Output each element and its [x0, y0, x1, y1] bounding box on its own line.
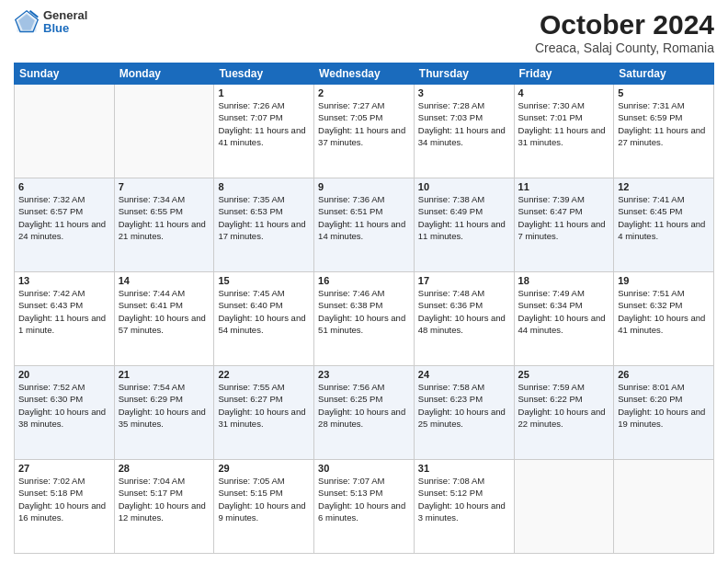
calendar-cell: 3Sunrise: 7:28 AM Sunset: 7:03 PM Daylig… — [414, 85, 514, 178]
page-subtitle: Creaca, Salaj County, Romania — [535, 40, 714, 55]
day-number: 20 — [18, 369, 110, 380]
day-number: 12 — [618, 181, 710, 192]
day-number: 27 — [18, 463, 110, 474]
calendar-cell: 28Sunrise: 7:04 AM Sunset: 5:17 PM Dayli… — [114, 460, 214, 554]
calendar-cell: 29Sunrise: 7:05 AM Sunset: 5:15 PM Dayli… — [214, 460, 314, 554]
day-detail: Sunrise: 7:54 AM Sunset: 6:29 PM Dayligh… — [119, 381, 210, 430]
calendar-week-row: 27Sunrise: 7:02 AM Sunset: 5:18 PM Dayli… — [15, 460, 714, 554]
page: General Blue October 2024 Creaca, Salaj … — [0, 0, 728, 563]
calendar-week-row: 6Sunrise: 7:32 AM Sunset: 6:57 PM Daylig… — [15, 178, 714, 272]
calendar-cell: 21Sunrise: 7:54 AM Sunset: 6:29 PM Dayli… — [114, 366, 214, 460]
title-block: October 2024 Creaca, Salaj County, Roman… — [535, 9, 714, 55]
calendar-cell: 7Sunrise: 7:34 AM Sunset: 6:55 PM Daylig… — [114, 178, 214, 272]
day-number: 15 — [218, 275, 310, 286]
calendar-table: SundayMondayTuesdayWednesdayThursdayFrid… — [14, 63, 714, 554]
calendar-cell: 14Sunrise: 7:44 AM Sunset: 6:41 PM Dayli… — [114, 272, 214, 366]
calendar-cell: 15Sunrise: 7:45 AM Sunset: 6:40 PM Dayli… — [214, 272, 314, 366]
calendar-cell: 10Sunrise: 7:38 AM Sunset: 6:49 PM Dayli… — [414, 178, 514, 272]
calendar-cell: 16Sunrise: 7:46 AM Sunset: 6:38 PM Dayli… — [314, 272, 415, 366]
day-number: 5 — [618, 87, 710, 98]
logo: General Blue — [14, 9, 87, 36]
day-detail: Sunrise: 7:52 AM Sunset: 6:30 PM Dayligh… — [18, 381, 110, 430]
day-detail: Sunrise: 7:02 AM Sunset: 5:18 PM Dayligh… — [18, 475, 110, 523]
day-number: 17 — [418, 275, 510, 286]
day-detail: Sunrise: 7:38 AM Sunset: 6:49 PM Dayligh… — [418, 193, 510, 242]
calendar-cell — [114, 85, 214, 178]
logo-general: General — [43, 9, 87, 22]
day-number: 9 — [318, 181, 410, 192]
day-number: 19 — [618, 275, 710, 286]
day-number: 2 — [318, 87, 410, 98]
day-detail: Sunrise: 7:58 AM Sunset: 6:23 PM Dayligh… — [418, 381, 510, 430]
day-number: 14 — [119, 275, 210, 286]
calendar-cell: 1Sunrise: 7:26 AM Sunset: 7:07 PM Daylig… — [214, 85, 314, 178]
day-detail: Sunrise: 7:28 AM Sunset: 7:03 PM Dayligh… — [418, 99, 510, 148]
calendar-week-row: 20Sunrise: 7:52 AM Sunset: 6:30 PM Dayli… — [15, 366, 714, 460]
day-detail: Sunrise: 7:49 AM Sunset: 6:34 PM Dayligh… — [518, 287, 610, 336]
calendar-day-header: Wednesday — [314, 63, 415, 85]
day-detail: Sunrise: 7:30 AM Sunset: 7:01 PM Dayligh… — [518, 99, 610, 148]
day-detail: Sunrise: 7:46 AM Sunset: 6:38 PM Dayligh… — [318, 287, 410, 336]
calendar-cell — [614, 460, 714, 554]
logo-blue: Blue — [43, 22, 87, 35]
calendar-cell: 30Sunrise: 7:07 AM Sunset: 5:13 PM Dayli… — [314, 460, 415, 554]
day-detail: Sunrise: 7:35 AM Sunset: 6:53 PM Dayligh… — [218, 193, 310, 242]
day-detail: Sunrise: 7:26 AM Sunset: 7:07 PM Dayligh… — [218, 99, 310, 148]
calendar-cell: 24Sunrise: 7:58 AM Sunset: 6:23 PM Dayli… — [414, 366, 514, 460]
day-detail: Sunrise: 8:01 AM Sunset: 6:20 PM Dayligh… — [618, 381, 710, 430]
day-detail: Sunrise: 7:05 AM Sunset: 5:15 PM Dayligh… — [218, 475, 310, 523]
day-detail: Sunrise: 7:55 AM Sunset: 6:27 PM Dayligh… — [218, 381, 310, 430]
day-detail: Sunrise: 7:31 AM Sunset: 6:59 PM Dayligh… — [618, 99, 710, 148]
calendar-week-row: 13Sunrise: 7:42 AM Sunset: 6:43 PM Dayli… — [15, 272, 714, 366]
day-number: 16 — [318, 275, 410, 286]
day-number: 24 — [418, 369, 510, 380]
calendar-cell: 9Sunrise: 7:36 AM Sunset: 6:51 PM Daylig… — [314, 178, 415, 272]
calendar-day-header: Thursday — [414, 63, 514, 85]
day-number: 21 — [119, 369, 210, 380]
day-detail: Sunrise: 7:41 AM Sunset: 6:45 PM Dayligh… — [618, 193, 710, 242]
day-number: 11 — [518, 181, 610, 192]
calendar-cell: 2Sunrise: 7:27 AM Sunset: 7:05 PM Daylig… — [314, 85, 415, 178]
calendar-cell: 27Sunrise: 7:02 AM Sunset: 5:18 PM Dayli… — [15, 460, 115, 554]
calendar-cell — [15, 85, 115, 178]
calendar-cell: 22Sunrise: 7:55 AM Sunset: 6:27 PM Dayli… — [214, 366, 314, 460]
day-detail: Sunrise: 7:42 AM Sunset: 6:43 PM Dayligh… — [18, 287, 110, 336]
day-detail: Sunrise: 7:45 AM Sunset: 6:40 PM Dayligh… — [218, 287, 310, 336]
day-detail: Sunrise: 7:08 AM Sunset: 5:12 PM Dayligh… — [418, 475, 510, 523]
calendar-cell: 20Sunrise: 7:52 AM Sunset: 6:30 PM Dayli… — [15, 366, 115, 460]
calendar-cell: 6Sunrise: 7:32 AM Sunset: 6:57 PM Daylig… — [15, 178, 115, 272]
day-number: 6 — [18, 181, 110, 192]
calendar-cell: 4Sunrise: 7:30 AM Sunset: 7:01 PM Daylig… — [514, 85, 614, 178]
calendar-cell: 17Sunrise: 7:48 AM Sunset: 6:36 PM Dayli… — [414, 272, 514, 366]
day-number: 26 — [618, 369, 710, 380]
calendar-header-row: SundayMondayTuesdayWednesdayThursdayFrid… — [15, 63, 714, 85]
day-detail: Sunrise: 7:07 AM Sunset: 5:13 PM Dayligh… — [318, 475, 410, 523]
calendar-cell: 23Sunrise: 7:56 AM Sunset: 6:25 PM Dayli… — [314, 366, 415, 460]
calendar-cell: 5Sunrise: 7:31 AM Sunset: 6:59 PM Daylig… — [614, 85, 714, 178]
calendar-day-header: Sunday — [15, 63, 115, 85]
calendar-day-header: Tuesday — [214, 63, 314, 85]
day-number: 25 — [518, 369, 610, 380]
day-number: 30 — [318, 463, 410, 474]
day-number: 18 — [518, 275, 610, 286]
day-number: 3 — [418, 87, 510, 98]
calendar-day-header: Saturday — [614, 63, 714, 85]
logo-text: General Blue — [43, 9, 87, 36]
calendar-cell: 12Sunrise: 7:41 AM Sunset: 6:45 PM Dayli… — [614, 178, 714, 272]
day-detail: Sunrise: 7:32 AM Sunset: 6:57 PM Dayligh… — [18, 193, 110, 242]
calendar-cell: 31Sunrise: 7:08 AM Sunset: 5:12 PM Dayli… — [414, 460, 514, 554]
page-title: October 2024 — [535, 9, 714, 40]
calendar-cell: 19Sunrise: 7:51 AM Sunset: 6:32 PM Dayli… — [614, 272, 714, 366]
day-detail: Sunrise: 7:48 AM Sunset: 6:36 PM Dayligh… — [418, 287, 510, 336]
logo-icon — [14, 9, 40, 35]
calendar-cell — [514, 460, 614, 554]
day-number: 28 — [119, 463, 210, 474]
calendar-cell: 13Sunrise: 7:42 AM Sunset: 6:43 PM Dayli… — [15, 272, 115, 366]
day-number: 7 — [119, 181, 210, 192]
day-detail: Sunrise: 7:27 AM Sunset: 7:05 PM Dayligh… — [318, 99, 410, 148]
day-number: 23 — [318, 369, 410, 380]
calendar-cell: 25Sunrise: 7:59 AM Sunset: 6:22 PM Dayli… — [514, 366, 614, 460]
day-number: 10 — [418, 181, 510, 192]
day-detail: Sunrise: 7:44 AM Sunset: 6:41 PM Dayligh… — [119, 287, 210, 336]
header: General Blue October 2024 Creaca, Salaj … — [14, 9, 714, 55]
